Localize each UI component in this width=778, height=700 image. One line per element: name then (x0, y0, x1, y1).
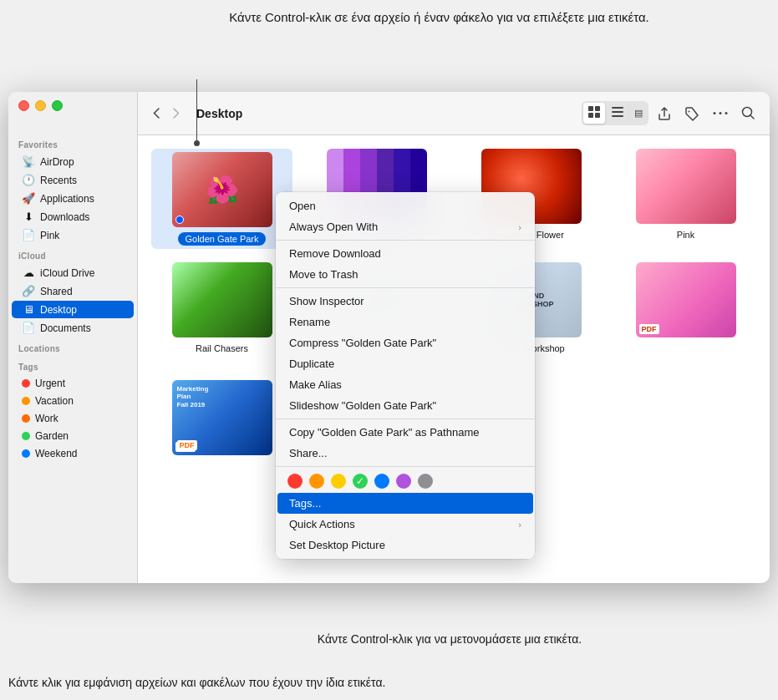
minimize-button[interactable] (35, 100, 46, 111)
share-button[interactable] (653, 103, 675, 124)
file-item-pdf1[interactable]: PDF (615, 262, 756, 367)
ctx-remove-download[interactable]: Remove Download (277, 243, 533, 264)
grid-view-button[interactable] (583, 103, 605, 124)
sidebar-item-shared[interactable]: 🔗 Shared (12, 282, 134, 300)
sidebar-item-label: iCloud Drive (40, 267, 94, 279)
ctx-label: Slideshow "Golden Gate Park" (289, 399, 436, 412)
sidebar-item-work[interactable]: Work (12, 410, 134, 427)
sidebar-item-icloud-drive[interactable]: ☁ iCloud Drive (12, 264, 134, 282)
svg-rect-5 (612, 111, 623, 113)
svg-rect-0 (588, 106, 593, 111)
ctx-copy-pathname[interactable]: Copy "Golden Gate Park" as Pathname (277, 422, 533, 443)
sidebar-item-desktop[interactable]: 🖥 Desktop (12, 301, 134, 318)
sidebar-item-recents[interactable]: 🕐 Recents (12, 171, 134, 189)
color-gray[interactable] (418, 474, 433, 489)
svg-point-9 (720, 112, 722, 114)
traffic-lights-area (8, 100, 137, 134)
ctx-open[interactable]: Open (277, 195, 533, 216)
svg-rect-4 (612, 107, 623, 109)
ctx-share[interactable]: Share... (277, 443, 533, 464)
ctx-tags[interactable]: Tags... (277, 493, 533, 514)
search-button[interactable] (737, 103, 760, 124)
ctx-color-picker: ✓ (276, 469, 535, 493)
column-view-button[interactable]: ▤ (630, 105, 647, 121)
ctx-move-trash[interactable]: Move to Trash (277, 264, 533, 285)
file-thumb-golden-gate: 🌺 (172, 152, 272, 227)
file-item-rail-chasers[interactable]: Rail Chasers (151, 262, 292, 367)
svg-point-7 (689, 110, 690, 112)
svg-rect-2 (588, 113, 593, 118)
sidebar-item-label: Applications (40, 193, 94, 205)
ctx-label: Share... (289, 447, 328, 459)
ctx-quick-actions[interactable]: Quick Actions › (277, 514, 533, 535)
color-yellow[interactable] (331, 474, 346, 489)
more-button[interactable] (709, 108, 732, 119)
status-dot (175, 216, 184, 224)
sidebar-item-downloads[interactable]: ⬇ Downloads (12, 208, 134, 226)
sidebar: Favorites 📡 AirDrop 🕐 Recents 🚀 Applicat… (8, 92, 138, 583)
downloads-icon: ⬇ (22, 211, 35, 223)
nav-buttons (148, 104, 185, 122)
tag-button[interactable] (680, 103, 704, 124)
submenu-arrow: › (518, 520, 521, 530)
color-red[interactable] (287, 474, 303, 489)
sidebar-item-documents[interactable]: 📄 Documents (12, 319, 134, 337)
file-thumb-pink-face (636, 149, 736, 224)
file-thumb-pdf1: PDF (636, 262, 736, 337)
sidebar-item-applications[interactable]: 🚀 Applications (12, 190, 134, 207)
ctx-label: Tags... (289, 497, 321, 510)
file-item-golden-gate[interactable]: 🌺 Golden Gate Park (151, 149, 292, 249)
sidebar-item-vacation[interactable]: Vacation (12, 393, 134, 409)
thumbnail-image: 🌺 (172, 152, 272, 227)
sidebar-item-airdrop[interactable]: 📡 AirDrop (12, 153, 134, 170)
ctx-always-open-with[interactable]: Always Open With › (277, 216, 533, 237)
sidebar-item-weekend[interactable]: Weekend (12, 445, 134, 462)
sidebar-item-urgent[interactable]: Urgent (12, 375, 134, 392)
ctx-rename[interactable]: Rename (277, 312, 533, 332)
svg-rect-3 (595, 113, 600, 118)
sidebar-item-label: Garden (35, 430, 69, 442)
back-button[interactable] (148, 104, 165, 122)
airdrop-icon: 📡 (22, 155, 35, 168)
maximize-button[interactable] (52, 100, 63, 111)
ctx-label: Quick Actions (289, 518, 355, 530)
close-button[interactable] (18, 100, 29, 111)
sidebar-item-label: AirDrop (40, 156, 74, 168)
forward-button[interactable] (168, 104, 185, 122)
color-blue[interactable] (374, 474, 389, 489)
ctx-sep-1 (276, 240, 535, 241)
ctx-compress[interactable]: Compress "Golden Gate Park" (277, 332, 533, 353)
color-green[interactable]: ✓ (353, 474, 368, 489)
ctx-label: Duplicate (289, 358, 334, 370)
documents-icon: 📄 (22, 322, 35, 334)
file-item-marketing[interactable]: MarketingPlanFall 2019 PDF (151, 380, 292, 460)
ctx-show-inspector[interactable]: Show Inspector (277, 291, 533, 312)
ctx-duplicate[interactable]: Duplicate (277, 353, 533, 374)
desktop-icon: 🖥 (22, 303, 35, 316)
sidebar-item-label: Desktop (40, 304, 77, 316)
ctx-label: Copy "Golden Gate Park" as Pathname (289, 426, 479, 439)
vacation-dot (22, 397, 30, 405)
tags-label: Tags (8, 356, 137, 374)
sidebar-item-label: Work (35, 413, 58, 424)
color-orange[interactable] (309, 474, 324, 489)
ctx-label: Show Inspector (289, 295, 364, 307)
annotation-top: Κάντε Control-κλικ σε ένα αρχείο ή έναν … (150, 8, 728, 28)
file-item-pink-face[interactable]: Pink (615, 149, 756, 249)
ctx-make-alias[interactable]: Make Alias (277, 374, 533, 395)
main-area: Desktop (138, 92, 770, 583)
traffic-lights (18, 100, 63, 111)
sidebar-item-pink[interactable]: 📄 Pink (12, 226, 134, 244)
sidebar-item-label: Shared (40, 286, 73, 297)
annotation-bottom-left: Κάντε κλικ για εμφάνιση αρχείων και φακέ… (8, 674, 527, 692)
breadcrumb-title: Desktop (196, 107, 242, 120)
sidebar-item-garden[interactable]: Garden (12, 428, 134, 444)
list-view-button[interactable] (607, 103, 628, 124)
toolbar-right: ▤ (582, 101, 760, 125)
color-purple[interactable] (396, 474, 411, 489)
thumbnail-image (636, 149, 736, 224)
svg-point-8 (714, 112, 716, 114)
ctx-set-desktop[interactable]: Set Desktop Picture (277, 535, 533, 555)
toolbar: Desktop (138, 92, 770, 135)
ctx-slideshow[interactable]: Slideshow "Golden Gate Park" (277, 395, 533, 416)
